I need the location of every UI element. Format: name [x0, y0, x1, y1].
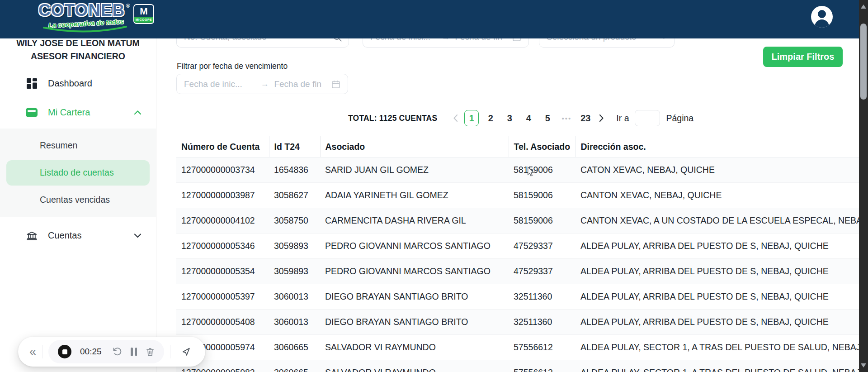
cell: 57556612	[509, 360, 576, 372]
cell: 127000000003734	[176, 157, 269, 183]
column-header: Asociado	[320, 136, 509, 157]
sidebar-item-label: Cuentas vencidas	[40, 195, 110, 205]
scrollbar-up-arrow-icon[interactable]	[861, 5, 866, 9]
page-button[interactable]: 1	[464, 110, 479, 126]
chevron-down-icon	[134, 233, 142, 238]
cell: CANTON XEVAC, A UN COSTADO DE LA ESCUELA…	[576, 208, 860, 234]
cell: 3060665	[269, 335, 320, 360]
cell: ALDEA PULAY, ARRIBA DEL PUESTO DE S, NEB…	[576, 259, 860, 284]
cell: SARID JUAN GIL GOMEZ	[320, 157, 509, 183]
cell: 127000000005346	[176, 234, 269, 259]
advisor-role: ASESOR FINANCIERO	[0, 50, 156, 63]
divider	[170, 345, 170, 358]
cell: PEDRO GIOVANNI MARCOS SANTIAGO	[320, 234, 509, 259]
cell: 58159006	[509, 208, 576, 234]
page-button[interactable]: 2	[483, 110, 498, 126]
cell: 3059893	[269, 234, 320, 259]
recorder-controls: 00:25	[48, 340, 164, 363]
column-header: Número de Cuenta	[176, 136, 269, 157]
sidebar-item-dashboard[interactable]: Dashboard	[0, 71, 156, 97]
cell: 47529337	[509, 259, 576, 284]
trash-icon[interactable]	[146, 347, 155, 357]
pause-recording-icon[interactable]	[131, 348, 137, 356]
advisor-block: WILY JOSE DE LEON MATUM ASESOR FINANCIER…	[0, 37, 156, 63]
micoope-label: MICOOPE	[134, 17, 153, 23]
cursor-mode-icon[interactable]	[182, 347, 191, 357]
cell: 127000000005397	[176, 284, 269, 310]
goto-page-label: Ir a	[616, 113, 629, 124]
table-row[interactable]: 1270000000041023058750CARMENCITA DASHA R…	[176, 208, 860, 234]
table-row[interactable]: 1270000000053463059893PEDRO GIOVANNI MAR…	[176, 234, 860, 259]
bank-icon	[26, 230, 38, 242]
clear-filters-button[interactable]: Limpiar Filtros	[763, 47, 843, 67]
scrollbar-down-arrow-icon[interactable]	[861, 363, 866, 367]
calendar-icon	[331, 80, 340, 89]
sidebar-item-mi-cartera[interactable]: Mi Cartera	[0, 100, 156, 126]
cell: ADAIA YARINETH GIL GOMEZ	[320, 183, 509, 208]
cell: 3058627	[269, 183, 320, 208]
cell: ALDEA PULAY, ARRIBA DEL PUESTO DE S, NEB…	[576, 234, 860, 259]
cell: 3060013	[269, 310, 320, 335]
recording-timer: 00:25	[80, 347, 104, 357]
divider	[42, 345, 42, 358]
micoope-letter: M	[134, 5, 153, 17]
table-row[interactable]: 1270000000039873058627ADAIA YARINETH GIL…	[176, 183, 860, 208]
sidebar-item-label: Cuentas	[48, 230, 82, 241]
page-button[interactable]: 3	[502, 110, 517, 126]
table-row[interactable]: 1270000000037341654836SARID JUAN GIL GOM…	[176, 157, 860, 183]
screen-recorder-toolbar: « 00:25	[18, 337, 205, 367]
goto-page-input[interactable]	[635, 110, 660, 126]
chevron-right-icon[interactable]	[599, 114, 604, 122]
page-word-label: Página	[666, 113, 694, 124]
cell: DIEGO BRAYAN SANTIAGO BRITO	[320, 284, 509, 310]
sidebar-item-resumen[interactable]: Resumen	[0, 132, 156, 159]
restart-recording-icon[interactable]	[112, 347, 122, 357]
cell: 127000000003987	[176, 183, 269, 208]
sidebar-item-label: Dashboard	[48, 78, 92, 89]
logo-title: COTONEB®	[38, 1, 131, 20]
table-row[interactable]: 1270000000053973060013DIEGO BRAYAN SANTI…	[176, 284, 860, 310]
date-end-placeholder[interactable]: Fecha de fin	[274, 79, 321, 89]
sidebar-item-listado-de-cuentas[interactable]: Listado de cuentas	[6, 160, 150, 186]
cell: 3059893	[269, 259, 320, 284]
sidebar-item-cuentas-vencidas[interactable]: Cuentas vencidas	[0, 186, 156, 214]
page-list: 12345•••23	[462, 110, 595, 126]
cell: ALDEA PULAY, ARRIBA DEL PUESTO DE S, NEB…	[576, 284, 860, 310]
table-row[interactable]: 1270000000053543059893PEDRO GIOVANNI MAR…	[176, 259, 860, 284]
top-header: COTONEB® La cooperativa de todos M MICOO…	[0, 0, 868, 38]
column-header: Tel. Asociado	[509, 136, 576, 157]
cell: PEDRO GIOVANNI MARCOS SANTIAGO	[320, 259, 509, 284]
cell: ALDEA PULAY, SECTOR 1, A TRAS DEL PUESTO…	[576, 360, 860, 372]
cell: 3060013	[269, 284, 320, 310]
page-button[interactable]: 4	[521, 110, 536, 126]
page-scrollbar[interactable]	[859, 0, 868, 372]
table-row[interactable]: 1270000000059743060665SALVADOR VI RAYMUN…	[176, 335, 860, 360]
cell: 32511360	[509, 284, 576, 310]
cell: 58159006	[509, 157, 576, 183]
column-header: Dirección asoc.	[576, 136, 860, 157]
cell: CARMENCITA DASHA RIVERA GIL	[320, 208, 509, 234]
cell: 127000000005354	[176, 259, 269, 284]
chevron-up-icon	[134, 110, 142, 115]
user-avatar[interactable]	[811, 6, 833, 28]
date-start-placeholder[interactable]: Fecha de inic...	[184, 79, 255, 89]
scrollbar-thumb[interactable]	[860, 24, 867, 100]
table-row[interactable]: 1270000000054083060013DIEGO BRAYAN SANTI…	[176, 310, 860, 335]
cell: 47529337	[509, 234, 576, 259]
due-date-range-filter[interactable]: Fecha de inic... → Fecha de fin	[176, 74, 348, 94]
collapse-toolbar-icon[interactable]: «	[29, 346, 36, 358]
mi-cartera-submenu: Resumen Listado de cuentas Cuentas venci…	[0, 129, 156, 217]
cell: CANTON XEVAC, NEBAJ, QUICHE	[576, 183, 860, 208]
wallet-icon	[26, 107, 38, 119]
micoope-badge: M MICOOPE	[133, 4, 154, 24]
pagination-bar: TOTAL: 1125 CUENTAS 12345•••23 Ir a Pági…	[348, 109, 693, 128]
table-row[interactable]: 1270000000059823060665SALVADOR VI RAYMUN…	[176, 360, 860, 372]
cell: 127000000005408	[176, 310, 269, 335]
page-button[interactable]: 5	[540, 110, 555, 126]
chevron-left-icon[interactable]	[453, 114, 458, 122]
cell: CATON XEVAC, NEBAJ, QUICHE	[576, 157, 860, 183]
sidebar-item-label: Listado de cuentas	[40, 167, 114, 178]
stop-recording-button[interactable]	[58, 345, 71, 358]
sidebar-item-cuentas[interactable]: Cuentas	[0, 223, 156, 249]
page-button[interactable]: 23	[578, 110, 593, 126]
